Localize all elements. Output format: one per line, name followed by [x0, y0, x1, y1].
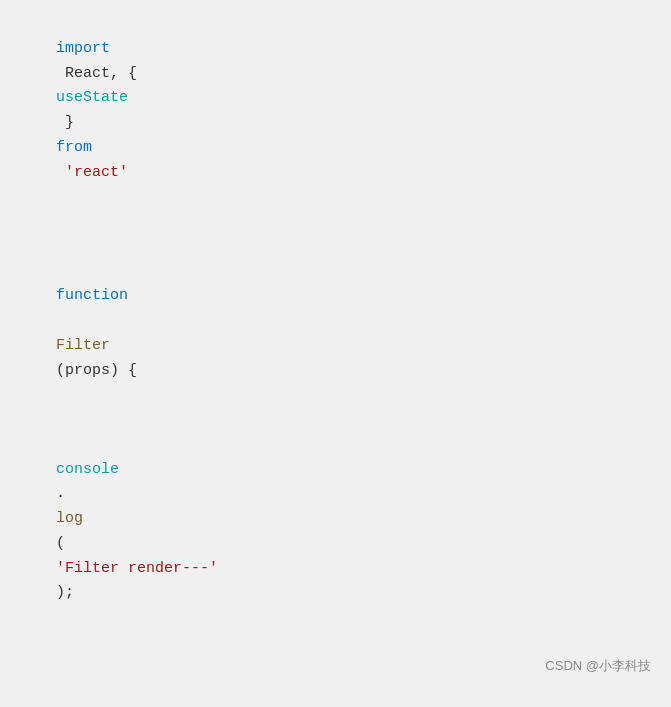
- keyword-function: function: [56, 287, 128, 304]
- code-line-5: console . log ( 'Filter render---' );: [0, 408, 671, 631]
- code-line-4: function Filter (props) {: [0, 260, 671, 409]
- code-line-3: [0, 235, 671, 260]
- text-space: [56, 312, 65, 329]
- str-filter-render: 'Filter render---': [56, 560, 218, 577]
- keyword-from: from: [56, 139, 92, 156]
- code-line-8: const { setFilterData } = props: [0, 680, 671, 707]
- text-console: console: [56, 461, 119, 478]
- text-indent1: [56, 436, 74, 453]
- text-dot1: .: [56, 485, 65, 502]
- code-container: import React, { useState } from 'react' …: [0, 0, 671, 707]
- string-react: 'react': [56, 164, 128, 181]
- text-usestate: useState: [56, 89, 128, 106]
- fn-log: log: [56, 510, 83, 527]
- text-paren1: (: [56, 535, 65, 552]
- text-react: React, {: [56, 65, 146, 82]
- fn-filter: Filter: [56, 337, 110, 354]
- text-bracket: }: [56, 114, 83, 131]
- watermark: CSDN @小李科技: [545, 656, 651, 677]
- text-props: (props) {: [56, 362, 137, 379]
- keyword-import: import: [56, 40, 110, 57]
- code-line-1: import React, { useState } from 'react': [0, 12, 671, 210]
- code-line-2: [0, 210, 671, 235]
- code-line-6: [0, 631, 671, 656]
- text-semi1: );: [56, 584, 74, 601]
